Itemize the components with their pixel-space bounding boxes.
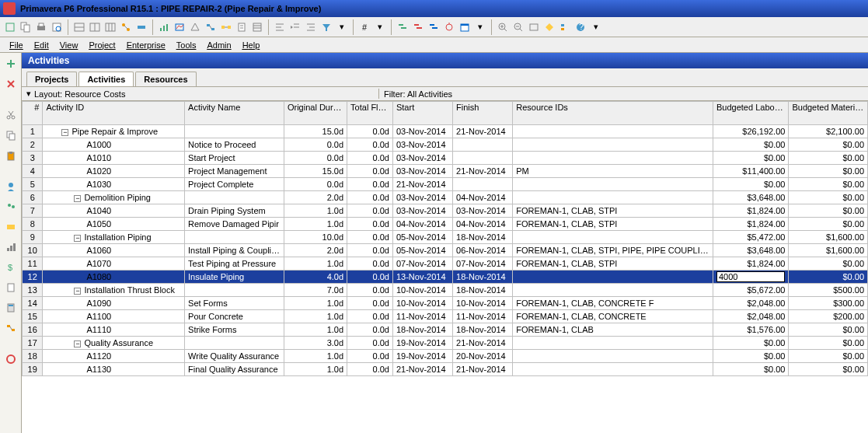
cell-activity-id[interactable]: −Installation Thrust Block [43, 284, 185, 297]
table-row[interactable]: 12A1080Insulate Piping4.0d0.0d13-Nov-201… [23, 271, 868, 284]
col-finish[interactable]: Finish [453, 102, 513, 125]
cell-start[interactable]: 11-Nov-2014 [392, 310, 452, 323]
cell-start[interactable]: 03-Nov-2014 [392, 191, 452, 204]
palette-docs-icon[interactable] [3, 280, 19, 295]
cell-start[interactable]: 10-Nov-2014 [392, 284, 452, 297]
toolbar-dropdown2-icon[interactable]: ▾ [373, 20, 387, 34]
cell-resource-ids[interactable] [513, 271, 713, 284]
toolbar-dropdown3-icon[interactable]: ▾ [473, 20, 487, 34]
cell-budgeted-material[interactable]: $1,600.00 [789, 231, 868, 244]
activity-grid[interactable]: # Activity ID Activity Name Original Dur… [22, 101, 868, 433]
cell-activity-name[interactable]: Start Project [185, 152, 284, 165]
toolbar-chart2-icon[interactable] [173, 20, 186, 34]
cell-resource-ids[interactable] [513, 178, 713, 191]
cell-budgeted-labor[interactable]: $1,824.00 [713, 257, 789, 271]
cell-finish[interactable]: 21-Nov-2014 [453, 125, 513, 138]
cell-budgeted-labor[interactable]: $3,648.00 [713, 244, 789, 257]
cell-budgeted-labor[interactable]: $26,192.00 [713, 125, 789, 138]
cell-budgeted-material[interactable]: $0.00 [789, 350, 868, 363]
menu-admin[interactable]: Admin [202, 39, 235, 51]
cell-original-duration[interactable]: 1.0d [284, 363, 347, 376]
cell-activity-name[interactable] [185, 231, 284, 244]
palette-copy-icon[interactable] [3, 127, 19, 143]
cell-budgeted-material[interactable]: $0.00 [789, 191, 868, 204]
cell-activity-id[interactable]: −Quality Assurance [43, 337, 185, 350]
cell-finish[interactable]: 18-Nov-2014 [453, 231, 513, 244]
cell-total-float[interactable]: 0.0d [347, 350, 393, 363]
table-row[interactable]: 3A1010Start Project0.0d0.0d03-Nov-2014$0… [23, 152, 868, 165]
cell-resource-ids[interactable] [513, 125, 713, 138]
cell-finish[interactable]: 04-Nov-2014 [453, 218, 513, 231]
cell-finish[interactable]: 21-Nov-2014 [453, 363, 513, 376]
cell-activity-name[interactable]: Remove Damaged Pipir [185, 218, 284, 231]
cell-activity-name[interactable] [185, 191, 284, 204]
palette-resources-icon[interactable] [3, 179, 19, 194]
cell-activity-id[interactable]: −Installation Piping [43, 231, 185, 244]
tab-resources[interactable]: Resources [135, 72, 196, 86]
cell-original-duration[interactable]: 1.0d [284, 350, 347, 363]
cell-start[interactable]: 18-Nov-2014 [392, 323, 452, 337]
cell-start[interactable]: 21-Nov-2014 [392, 363, 452, 376]
cell-budgeted-labor[interactable]: $1,824.00 [713, 204, 789, 218]
cell-original-duration[interactable]: 2.0d [284, 191, 347, 204]
col-num[interactable]: # [23, 102, 43, 125]
cell-original-duration[interactable]: 1.0d [284, 297, 347, 310]
cell-original-duration[interactable]: 4.0d [284, 271, 347, 284]
toolbar-trace-icon[interactable] [204, 20, 218, 34]
col-total-float[interactable]: Total Float [347, 102, 393, 125]
table-row[interactable]: 5A1030Project Complete0.0d0.0d21-Nov-201… [23, 178, 868, 191]
cell-finish[interactable]: 20-Nov-2014 [453, 350, 513, 363]
cell-start[interactable]: 13-Nov-2014 [392, 271, 452, 284]
toolbar-relation-icon[interactable] [119, 20, 133, 34]
table-row[interactable]: 18A1120Write Quality Assurance1.0d0.0d19… [23, 350, 868, 363]
toolbar-print-icon[interactable] [34, 20, 48, 34]
table-row[interactable]: 17−Quality Assurance3.0d0.0d19-Nov-20142… [23, 337, 868, 350]
cell-total-float[interactable]: 0.0d [347, 297, 393, 310]
menu-edit[interactable]: Edit [30, 39, 54, 51]
cell-original-duration[interactable]: 0.0d [284, 152, 347, 165]
cell-resource-ids[interactable]: FOREMAN-1, CLAB, STPI, PIPE, PIPE COUPLI… [513, 244, 713, 257]
cell-original-duration[interactable]: 0.0d [284, 178, 347, 191]
cell-activity-name[interactable]: Final Quality Assurance [185, 363, 284, 376]
cell-total-float[interactable]: 0.0d [347, 191, 393, 204]
toolbar-progress-icon[interactable] [134, 20, 148, 34]
table-row[interactable]: 1−Pipe Repair & Improve15.0d0.0d03-Nov-2… [23, 125, 868, 138]
cell-finish[interactable] [453, 152, 513, 165]
toolbar-help-icon[interactable]: ? [573, 20, 587, 34]
cell-activity-id[interactable]: A1050 [43, 218, 185, 231]
palette-steps-icon[interactable] [3, 239, 19, 255]
cell-budgeted-material[interactable]: $2,100.00 [789, 125, 868, 138]
cell-total-float[interactable]: 0.0d [347, 323, 393, 337]
col-original-duration[interactable]: Original Duration [284, 102, 347, 125]
cell-total-float[interactable]: 0.0d [347, 257, 393, 271]
cell-finish[interactable]: 07-Nov-2014 [453, 257, 513, 271]
cell-activity-id[interactable]: A1080 [43, 271, 185, 284]
menu-view[interactable]: View [55, 39, 83, 51]
cell-budgeted-material[interactable]: $300.00 [789, 297, 868, 310]
toolbar-dropdown-icon[interactable]: ▾ [335, 20, 349, 34]
cell-finish[interactable]: 03-Nov-2014 [453, 204, 513, 218]
cell-finish[interactable]: 04-Nov-2014 [453, 191, 513, 204]
cell-start[interactable]: 21-Nov-2014 [392, 178, 452, 191]
cell-activity-name[interactable]: Notice to Proceed [185, 138, 284, 152]
expander-icon[interactable]: − [74, 195, 81, 202]
cell-activity-id[interactable]: A1000 [43, 138, 185, 152]
cell-budgeted-material[interactable]: $0.00 [789, 257, 868, 271]
toolbar-new-icon[interactable] [3, 20, 17, 34]
cell-budgeted-labor[interactable]: $5,472.00 [713, 231, 789, 244]
cell-activity-id[interactable]: A1060 [43, 244, 185, 257]
toolbar-dropdown4-icon[interactable]: ▾ [589, 20, 603, 34]
toolbar-spreadsheet-icon[interactable] [188, 20, 202, 34]
cell-start[interactable]: 04-Nov-2014 [392, 218, 452, 231]
edit-input[interactable] [716, 271, 785, 282]
cell-budgeted-labor[interactable]: $0.00 [713, 178, 789, 191]
cell-start[interactable]: 03-Nov-2014 [392, 165, 452, 178]
cell-finish[interactable]: 21-Nov-2014 [453, 165, 513, 178]
cell-budgeted-material[interactable]: $0.00 [789, 204, 868, 218]
menu-enterprise[interactable]: Enterprise [122, 39, 170, 51]
cell-budgeted-material[interactable]: $0.00 [789, 271, 868, 284]
cell-activity-name[interactable] [185, 125, 284, 138]
table-row[interactable]: 2A1000Notice to Proceed0.0d0.0d03-Nov-20… [23, 138, 868, 152]
cell-budgeted-material[interactable]: $0.00 [789, 337, 868, 350]
cell-activity-name[interactable]: Insulate Piping [185, 271, 284, 284]
